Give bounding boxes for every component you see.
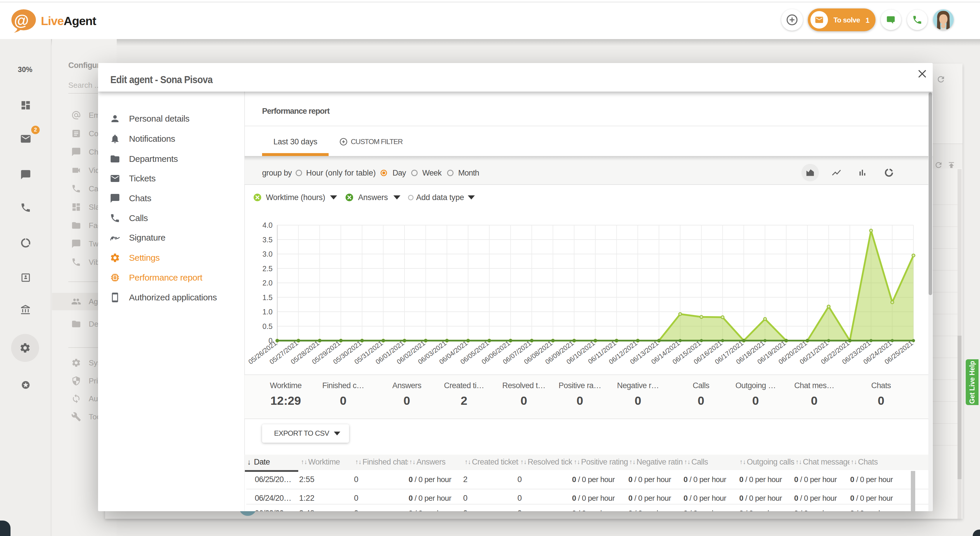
svg-text:@: @: [14, 12, 29, 29]
svg-text:1.5: 1.5: [262, 293, 272, 301]
svg-text:2.5: 2.5: [262, 265, 272, 273]
svg-text:3.5: 3.5: [262, 236, 272, 244]
svg-text:4.0: 4.0: [262, 221, 272, 229]
svg-text:2.0: 2.0: [262, 279, 272, 287]
svg-text:LiveAgent: LiveAgent: [41, 14, 97, 28]
svg-text:3.0: 3.0: [262, 250, 272, 258]
svg-text:0.5: 0.5: [262, 322, 272, 330]
svg-text:1.0: 1.0: [262, 308, 272, 316]
